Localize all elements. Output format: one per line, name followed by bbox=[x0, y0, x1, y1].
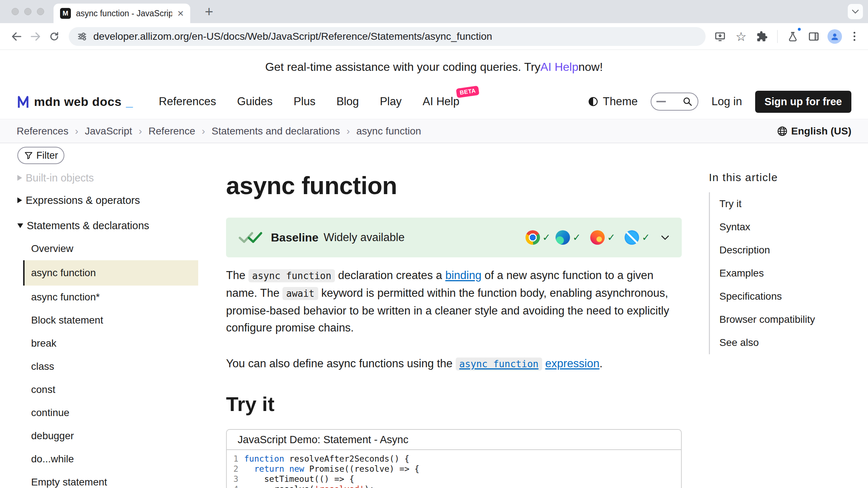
browser-menu-button[interactable] bbox=[846, 29, 862, 44]
bookmark-button[interactable]: ☆ bbox=[732, 27, 750, 46]
reload-button[interactable] bbox=[45, 27, 64, 46]
breadcrumb-references[interactable]: References bbox=[17, 125, 68, 137]
address-bar[interactable]: developer.allizom.org/en-US/docs/Web/Jav… bbox=[69, 27, 706, 46]
sidebar-section-label: Statements & declarations bbox=[27, 220, 149, 232]
breadcrumb-bar: References › JavaScript › Reference › St… bbox=[0, 119, 868, 143]
sidebar-section-statements[interactable]: Statements & declarations bbox=[17, 216, 198, 235]
filter-funnel-icon bbox=[24, 151, 33, 160]
toc-see-also[interactable]: See also bbox=[719, 331, 851, 354]
browser-tab[interactable]: M async function - JavaScript | × bbox=[54, 4, 190, 23]
sidebar-item-async-function-star[interactable]: async function* bbox=[17, 286, 198, 309]
install-icon bbox=[714, 31, 726, 42]
async-function-expression-code-link[interactable]: async function bbox=[456, 357, 542, 370]
toc-syntax[interactable]: Syntax bbox=[719, 215, 851, 239]
baseline-expand-button[interactable] bbox=[661, 235, 669, 240]
sidebar-item-continue[interactable]: continue bbox=[17, 401, 198, 424]
tab-search-button[interactable] bbox=[848, 4, 863, 19]
promo-banner: Get real-time assistance with your codin… bbox=[0, 50, 868, 84]
sidebar-item-empty-statement[interactable]: Empty statement bbox=[17, 471, 198, 488]
tab-strip: M async function - JavaScript | × + bbox=[0, 0, 868, 23]
ai-help-link[interactable]: AI Help bbox=[540, 60, 578, 74]
primary-nav: References Guides Plus Blog Play AI Help… bbox=[159, 95, 459, 108]
window-controls bbox=[12, 8, 44, 15]
nav-ai-help[interactable]: AI Help BETA bbox=[423, 95, 460, 108]
site-settings-icon[interactable] bbox=[77, 31, 88, 42]
mdn-logo-text: mdn web docs bbox=[34, 95, 122, 109]
sidebar-section-built-in-objects[interactable]: Built-in objects bbox=[17, 171, 198, 184]
side-panel-button[interactable] bbox=[804, 27, 823, 46]
baseline-label: Baseline bbox=[271, 231, 319, 244]
inline-code: async function bbox=[248, 269, 335, 282]
browser-window: M async function - JavaScript | × + deve… bbox=[0, 0, 868, 488]
search-input[interactable] bbox=[651, 93, 698, 111]
expression-link[interactable]: expression bbox=[545, 357, 600, 370]
page-title: async function bbox=[226, 173, 682, 198]
nav-play[interactable]: Play bbox=[380, 95, 401, 108]
nav-guides[interactable]: Guides bbox=[237, 95, 273, 108]
language-switcher[interactable]: English (US) bbox=[777, 125, 851, 137]
breadcrumb: References › JavaScript › Reference › St… bbox=[17, 125, 421, 137]
firefox-icon bbox=[590, 230, 605, 245]
new-tab-button[interactable]: + bbox=[201, 4, 217, 20]
sidebar-item-debugger[interactable]: debugger bbox=[17, 424, 198, 448]
expression-paragraph: You can also define async functions usin… bbox=[226, 355, 682, 373]
profile-avatar bbox=[827, 29, 842, 44]
toc-browser-compatibility[interactable]: Browser compatibility bbox=[719, 308, 851, 331]
mdn-favicon-icon: M bbox=[60, 8, 71, 19]
back-button[interactable] bbox=[7, 27, 26, 46]
expand-arrow-icon bbox=[17, 175, 22, 181]
table-of-contents: In this article Try it Syntax Descriptio… bbox=[709, 143, 851, 488]
breadcrumb-statements[interactable]: Statements and declarations bbox=[212, 125, 340, 137]
tab-close-icon[interactable]: × bbox=[177, 8, 184, 19]
sidebar-item-do-while[interactable]: do...while bbox=[17, 448, 198, 471]
sidebar-item-class[interactable]: class bbox=[17, 355, 198, 378]
filter-button[interactable]: Filter bbox=[17, 147, 64, 164]
chevron-down-icon bbox=[852, 9, 859, 14]
header-actions: Theme Log in Sign up for free bbox=[588, 91, 851, 113]
binding-link[interactable]: binding bbox=[445, 269, 481, 282]
breadcrumb-reference[interactable]: Reference bbox=[149, 125, 195, 137]
paragraph-text: . bbox=[600, 357, 603, 370]
toc-specifications[interactable]: Specifications bbox=[719, 285, 851, 308]
breadcrumb-javascript[interactable]: JavaScript bbox=[85, 125, 132, 137]
expand-arrow-icon bbox=[17, 197, 22, 203]
profile-button[interactable] bbox=[825, 27, 844, 46]
nav-references[interactable]: References bbox=[159, 95, 216, 108]
sidebar-item-break[interactable]: break bbox=[17, 332, 198, 355]
signup-button[interactable]: Sign up for free bbox=[755, 91, 851, 113]
sidebar-section-label: Expressions & operators bbox=[26, 194, 140, 206]
site-header: mdn web docs _ References Guides Plus Bl… bbox=[0, 84, 868, 119]
code-line: 1 function resolveAfter2Seconds() { bbox=[227, 454, 681, 464]
mdn-logo[interactable]: mdn web docs _ bbox=[17, 94, 133, 109]
toc-description[interactable]: Description bbox=[719, 239, 851, 262]
extensions-button[interactable] bbox=[753, 27, 771, 46]
nav-plus[interactable]: Plus bbox=[294, 95, 315, 108]
sidebar-item-overview[interactable]: Overview bbox=[17, 237, 198, 260]
labs-button[interactable] bbox=[783, 27, 802, 46]
toc-examples[interactable]: Examples bbox=[719, 262, 851, 285]
line-number: 2 bbox=[227, 464, 244, 474]
toc-try-it[interactable]: Try it bbox=[719, 192, 851, 215]
window-minimize-button[interactable] bbox=[24, 8, 31, 15]
interactive-demo: JavaScript Demo: Statement - Async 1 fun… bbox=[226, 429, 682, 488]
beta-badge: BETA bbox=[456, 86, 479, 98]
baseline-banner[interactable]: Baseline Widely available ✓ ✓ ✓ bbox=[226, 218, 682, 257]
edge-icon bbox=[556, 230, 570, 245]
search-icon bbox=[682, 97, 693, 107]
bookmark-star-icon: ☆ bbox=[736, 30, 746, 43]
chrome-support: ✓ bbox=[526, 230, 551, 245]
paragraph-text: You can also define async functions usin… bbox=[226, 357, 456, 370]
theme-toggle[interactable]: Theme bbox=[588, 95, 638, 108]
sidebar-item-async-function[interactable]: async function bbox=[23, 260, 198, 286]
login-link[interactable]: Log in bbox=[711, 95, 742, 108]
paragraph-text bbox=[542, 357, 545, 370]
demo-code-editor[interactable]: 1 function resolveAfter2Seconds() { 2 re… bbox=[227, 450, 681, 488]
window-close-button[interactable] bbox=[12, 8, 19, 15]
sidebar-section-expressions[interactable]: Expressions & operators bbox=[17, 191, 198, 210]
sidebar-item-const[interactable]: const bbox=[17, 378, 198, 401]
nav-blog[interactable]: Blog bbox=[336, 95, 359, 108]
install-button[interactable] bbox=[711, 27, 729, 46]
window-maximize-button[interactable] bbox=[37, 8, 44, 15]
forward-button[interactable] bbox=[26, 27, 45, 46]
sidebar-item-block-statement[interactable]: Block statement bbox=[17, 309, 198, 332]
